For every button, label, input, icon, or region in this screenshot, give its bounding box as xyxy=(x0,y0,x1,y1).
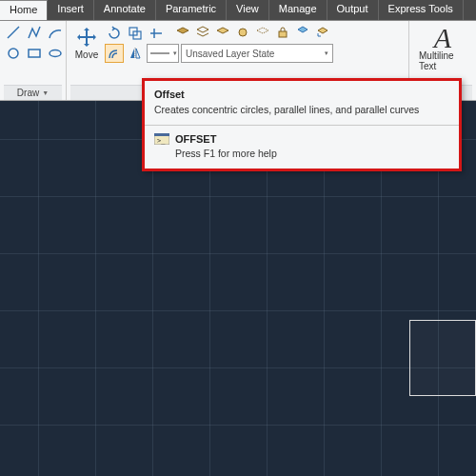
polyline-tool[interactable] xyxy=(25,23,44,42)
selection-box xyxy=(409,320,476,396)
gridline xyxy=(0,196,476,197)
tab-annotate[interactable]: Annotate xyxy=(94,0,156,20)
layer-match-tool[interactable] xyxy=(293,23,312,42)
svg-point-1 xyxy=(9,49,18,58)
text-icon: A xyxy=(434,25,451,50)
offset-tool[interactable] xyxy=(105,44,124,63)
tooltip-offset: Offset Creates concentric circles, paral… xyxy=(142,78,462,171)
layer-state-dropdown[interactable]: Unsaved Layer State▾ xyxy=(181,44,333,63)
tab-express-tools[interactable]: Express Tools xyxy=(379,0,464,20)
arc-tool[interactable] xyxy=(46,23,65,42)
tooltip-title: Offset xyxy=(154,89,449,100)
svg-point-3 xyxy=(50,50,61,57)
ribbon-tabbar: Home Insert Annotate Parametric View Man… xyxy=(0,0,476,21)
multiline-text-label: Multiline Text xyxy=(419,50,466,71)
copy-tool[interactable] xyxy=(126,24,145,43)
tab-manage[interactable]: Manage xyxy=(269,0,327,20)
gridline xyxy=(0,425,476,426)
gridline xyxy=(0,253,476,254)
tab-output[interactable]: Output xyxy=(327,0,379,20)
tooltip-help-text: Press F1 for more help xyxy=(175,148,277,159)
ellipse-tool[interactable] xyxy=(46,44,65,63)
multiline-text-tool[interactable]: A Multiline Text xyxy=(413,23,472,73)
move-label: Move xyxy=(75,50,98,60)
layer-iso-tool[interactable] xyxy=(213,23,232,42)
tab-view[interactable]: View xyxy=(227,0,269,20)
linetype-dropdown[interactable]: ▾ xyxy=(147,44,179,63)
gridline xyxy=(0,367,476,368)
layer-lock-tool[interactable] xyxy=(273,23,292,42)
circle-tool[interactable] xyxy=(4,44,23,63)
mirror-tool[interactable] xyxy=(126,44,145,63)
tab-home[interactable]: Home xyxy=(0,0,48,20)
gridline xyxy=(38,101,39,476)
layer-prev-tool[interactable] xyxy=(313,23,332,42)
line-tool[interactable] xyxy=(4,23,23,42)
svg-rect-13 xyxy=(154,133,169,136)
panel-draw: Draw▼ xyxy=(0,21,67,100)
svg-rect-9 xyxy=(279,31,287,37)
gridline xyxy=(0,310,476,311)
svg-rect-2 xyxy=(29,50,40,57)
rotate-tool[interactable] xyxy=(105,24,124,43)
tab-parametric[interactable]: Parametric xyxy=(156,0,227,20)
tooltip-command: OFFSET xyxy=(175,133,277,145)
svg-text:>_: >_ xyxy=(157,137,166,145)
svg-line-0 xyxy=(8,27,19,38)
layer-off-tool[interactable] xyxy=(253,23,272,42)
chevron-down-icon: ▼ xyxy=(42,89,49,96)
tooltip-description: Creates concentric circles, parallel lin… xyxy=(154,104,449,115)
tab-insert[interactable]: Insert xyxy=(48,0,94,20)
layer-states-tool[interactable] xyxy=(193,23,212,42)
layer-state-label: Unsaved Layer State xyxy=(186,49,274,59)
trim-tool[interactable] xyxy=(147,24,166,43)
command-prompt-icon: >_ xyxy=(154,133,169,145)
panel-draw-label: Draw xyxy=(17,88,39,98)
layer-freeze-tool[interactable] xyxy=(233,23,252,42)
svg-point-8 xyxy=(239,29,247,36)
layer-props-tool[interactable] xyxy=(173,23,192,42)
gridline xyxy=(95,101,96,476)
rectangle-tool[interactable] xyxy=(25,44,44,63)
move-tool[interactable]: Move xyxy=(70,23,103,62)
panel-title-draw[interactable]: Draw▼ xyxy=(4,85,62,100)
